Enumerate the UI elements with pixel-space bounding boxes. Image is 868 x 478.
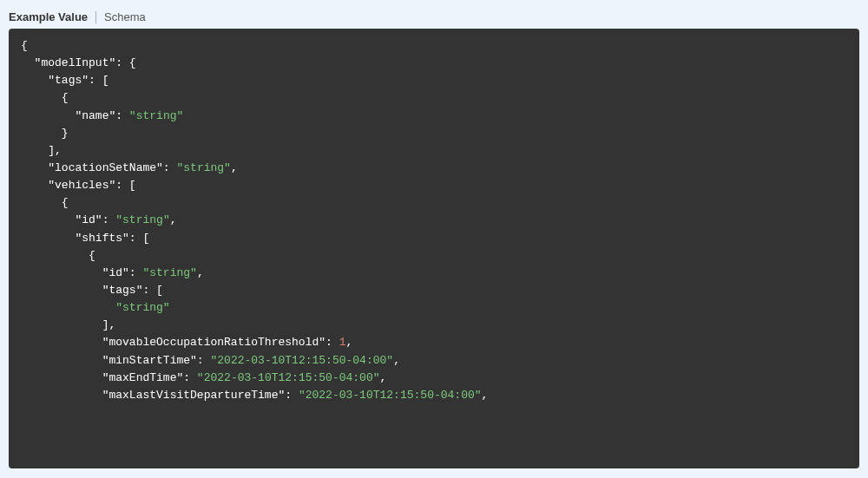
json-key: minStartTime	[108, 354, 190, 367]
json-key: shifts	[82, 232, 122, 245]
json-key: tags	[108, 284, 135, 297]
json-string-value: 2022-03-10T12:15:50-04:00	[217, 354, 386, 367]
json-string-value: string	[122, 213, 163, 226]
json-string-value: 2022-03-10T12:15:50-04:00	[306, 389, 475, 402]
json-key: movableOccupationRatioThreshold	[108, 336, 319, 349]
json-string-value: string	[122, 301, 163, 314]
json-string-value: string	[183, 161, 224, 174]
json-key: modelInput	[41, 56, 108, 69]
tab-schema[interactable]: Schema	[104, 9, 146, 25]
json-key: maxEndTime	[108, 371, 176, 384]
json-key: tags	[55, 74, 82, 87]
json-key: locationSetName	[55, 161, 156, 174]
json-string-value: string	[149, 266, 190, 279]
json-key: id	[108, 266, 122, 279]
json-key: id	[82, 213, 95, 226]
view-tabs: Example Value Schema	[9, 9, 859, 29]
json-key: maxLastVisitDepartureTime	[108, 389, 278, 402]
response-example-panel: Example Value Schema { "modelInput": { "…	[9, 9, 859, 469]
tab-example-value[interactable]: Example Value	[9, 9, 88, 25]
json-string-value: 2022-03-10T12:15:50-04:00	[204, 371, 373, 384]
json-key: vehicles	[55, 179, 108, 192]
json-key: name	[82, 109, 108, 122]
json-string-value: string	[136, 109, 177, 122]
json-number-value: 1	[339, 336, 346, 349]
json-code-block: { "modelInput": { "tags": [ { "name": "s…	[9, 29, 859, 468]
tab-divider	[95, 11, 96, 23]
